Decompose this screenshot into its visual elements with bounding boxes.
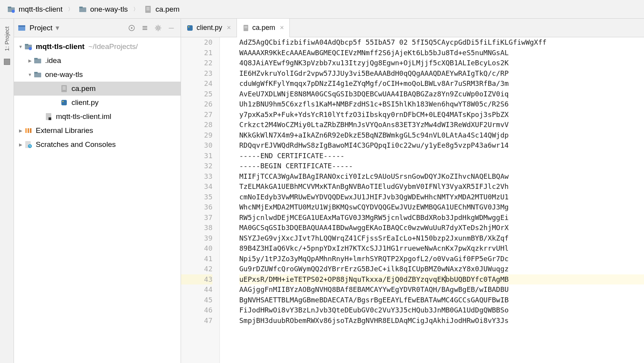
code-line[interactable]: -----BEGIN CERTIFICATE----- [239,161,644,171]
file-icon [242,24,249,31]
tree-item-scratches-and-consoles[interactable]: ▶Scratches and Consoles [14,138,181,152]
tree-arrow-icon[interactable]: ▶ [17,142,24,147]
project-tree: ▼mqtt-tls-client~/IdeaProjects/▶.idea▼on… [14,37,181,154]
svg-point-29 [63,101,64,102]
svg-rect-40 [244,26,247,27]
code-line[interactable]: Npi5y/1tPJZo3yMqQpAMhnRnyH+lmrhSYRQTP2Xp… [239,254,644,264]
code-line[interactable]: Crkzct2M4WoCZMiy0LtaZRbZBHMnJsVYQoAns83E… [239,120,644,130]
tree-arrow-icon[interactable]: ▼ [17,44,24,49]
text-caret [445,275,446,283]
line-number: 27 [181,110,212,120]
svg-point-16 [157,27,159,29]
line-number: 36 [181,202,212,213]
tree-item--idea[interactable]: ▶.idea [14,54,181,68]
editor-tabs: client.py × ca.pem × [181,19,644,37]
svg-point-2 [12,10,15,13]
tree-item-mqtt-tls-client[interactable]: ▼mqtt-tls-client~/IdeaProjects/ [14,40,181,54]
svg-rect-28 [61,100,67,105]
folder-icon [33,70,42,79]
code-line[interactable]: WhcNMjExMDA2MTU0MzU1WjBKMQswCQYDVQQGEwJV… [239,202,644,213]
code-line[interactable]: MA0GCSqGSIb3DQEBAQUAA4IBDwAwggEKAoIBAQCc… [239,223,644,233]
ext-icon [24,126,33,135]
code-line[interactable]: AdZ5AgQCbifizbifiwA04AdQbcp5f 55IbA57 02… [239,37,644,48]
structure-tool-icon[interactable] [4,59,10,65]
editor[interactable]: 2021222324252627282930313233343536373839… [181,37,644,363]
code-line[interactable]: Gu9rDZUWfcQroGWymQQ2dYBrrErzG5BJeC+ilk8q… [239,264,644,274]
code-line[interactable]: IE6HZvkruYolIGdr2vpw57JJUy3vi5BeAAABdH0q… [239,68,644,79]
breadcrumb-root[interactable]: mqtt-tls-client [4,3,66,15]
code-line[interactable]: SmpjBH3duubRObemRWXv86jsoTAzBgNVHR8ELDAq… [239,316,644,326]
tree-item-mqtt-tls-client-iml[interactable]: mqtt-tls-client.iml [14,110,181,124]
breadcrumb-folder[interactable]: one-way-tls [75,3,131,15]
close-icon[interactable]: × [227,24,231,32]
code-line[interactable]: FiJodHRwOi8vY3BzLnJvb3QteDEubGV0c2VuY3J5… [239,305,644,316]
svg-rect-37 [187,25,193,31]
code-content[interactable]: AdZ5AgQCbifizbifiwA04AdQbcp5f 55IbA57 02… [220,37,644,363]
svg-rect-8 [146,10,150,10]
tab-label: client.py [197,24,222,32]
code-line[interactable]: NSYZJeG9vjXxcJIvt7hLQQWrqZ41CFjssSrEaIcL… [239,233,644,244]
tree-item-external-libraries[interactable]: ▶External Libraries [14,124,181,138]
tree-arrow-icon[interactable]: ▼ [26,72,33,77]
breadcrumb-label: mqtt-tls-client [19,5,63,14]
close-icon[interactable]: × [280,24,284,32]
tree-arrow-icon[interactable]: ▶ [17,128,24,133]
chevron-down-icon: ▾ [56,23,59,32]
code-line[interactable]: BgNVHSAETTBLMAgGBmeBDAECATA/BgsrBgEEAYLf… [239,295,644,305]
tree-item-one-way-tls[interactable]: ▼one-way-tls [14,68,181,82]
project-tool-tab[interactable]: 1: Project [2,23,12,55]
tree-item-ca-pem[interactable]: ca.pem [14,82,181,96]
line-number: 28 [181,120,212,130]
code-line[interactable]: cmNoIEdyb3VwMRUwEwYDVQQDEwxJU1JHIFJvb3Qg… [239,192,644,202]
code-line[interactable]: RDQqvrEJVWQdRdHwS8zIgBawoMI4C3GPQpqIi0c2… [239,140,644,151]
line-number: 22 [181,58,212,68]
py-icon [60,98,68,107]
code-line[interactable]: 4Q8JAiAYEwf9gNK3pVzbb7xu13ItzyjQg8Egwn+O… [239,58,644,68]
code-line[interactable]: AvEeU7XDLWNjE8N8MA0GCSqGSIb3DQEBCwUAA4IB… [239,89,644,99]
folder-root-icon [24,42,33,51]
line-number: 33 [181,171,212,182]
svg-point-19 [29,47,32,50]
code-line[interactable]: Uh1zBNU9hm5C6xzfls1KaM+NMBFzdHS1c+BSI5hl… [239,99,644,110]
svg-rect-23 [34,72,38,73]
settings-button[interactable] [153,23,164,33]
tab-ca-pem[interactable]: ca.pem × [237,19,290,37]
code-line[interactable]: uEPxsR/DMH+ieTETPS02+OP88jNquTkxxa/EjQ0d… [239,274,644,285]
code-line[interactable]: y7pxKa5xP+Fuk+YdsYcR10lYtfzO3iIbskqy0rnD… [239,110,644,120]
line-number: 38 [181,223,212,233]
code-line[interactable]: TzELMAkGA1UEBhMCVVMxKTAnBgNVBAoTIEludGVy… [239,182,644,192]
tree-label: External Libraries [36,126,93,135]
code-line[interactable]: cduWgWfKFylYmqqx7pDNzZI4g1eZYqMgf/oCIH+m… [239,79,644,89]
code-line[interactable]: MIIFjTCCA3WgAwIBAgIRANOxciY0IzLc9AUoUSrs… [239,171,644,182]
code-line[interactable]: -----END CERTIFICATE----- [239,151,644,161]
gear-icon [155,24,162,31]
code-line[interactable]: RW5jcnlwdDEjMCEGA1UEAxMaTGV0J3MgRW5jcnlw… [239,213,644,223]
tree-item-client-py[interactable]: client.py [14,96,181,110]
code-line[interactable]: NKkGkWlN7X4m9+aIkAZn6R92eDkzE5BqNZBWmkgG… [239,130,644,141]
file-icon [144,5,152,14]
breadcrumb-file[interactable]: ca.pem [141,3,183,15]
folder-icon [33,56,42,65]
line-number: 37 [181,213,212,223]
code-line[interactable]: WAAAAXR9KkEcAAAEAwBGMEQCIEVzMNmff2S6jAje… [239,48,644,58]
svg-rect-1 [8,7,11,8]
tree-label: .idea [45,56,61,65]
tree-label: one-way-tls [45,70,83,79]
code-line[interactable]: 89B4Z3HIaQ6Vkc/+5pnpYDxIzH7KTXcSJJ1HG1rr… [239,243,644,254]
svg-rect-27 [63,89,66,89]
hide-button[interactable]: — [166,23,177,33]
scratch-icon [24,140,33,149]
project-view-selector[interactable]: Project ▾ [18,23,59,32]
select-opened-file-button[interactable] [126,23,137,33]
code-line[interactable]: AAGjggFnMIIBYzAOBgNVHQ8BAf8EBAMCAYYwEgYD… [239,284,644,295]
tab-client-py[interactable]: client.py × [181,19,237,37]
file-icon [60,84,68,93]
expand-all-button[interactable] [139,23,150,33]
svg-rect-25 [63,87,66,87]
tree-label: mqtt-tls-client [36,42,85,51]
line-number: 30 [181,140,212,151]
line-number: 23 [181,68,212,79]
tree-arrow-icon[interactable]: ▶ [26,58,33,63]
breadcrumb-label: one-way-tls [90,5,128,14]
folder-root-icon [7,5,16,14]
